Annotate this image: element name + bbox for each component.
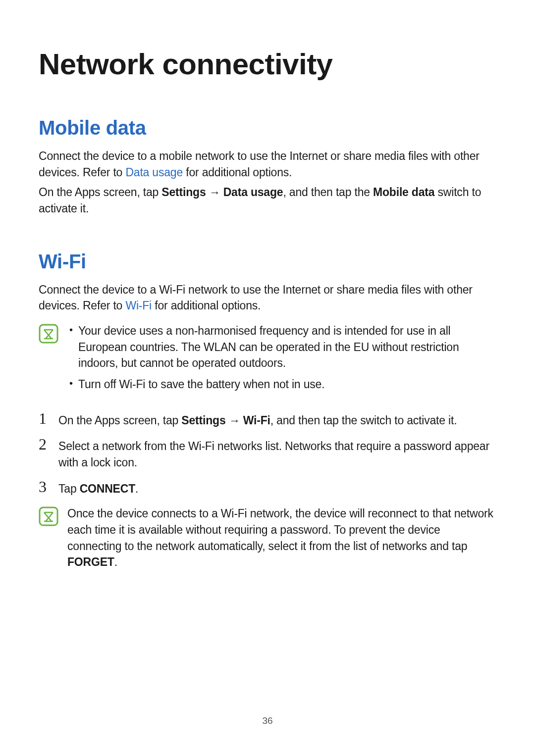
step-number: 2	[39, 436, 58, 452]
step-item-2: 2 Select a network from the Wi-Fi networ…	[39, 437, 496, 470]
text-segment: On the Apps screen, tap	[58, 414, 181, 427]
text-segment: for additional options.	[152, 299, 261, 312]
svg-rect-0	[40, 325, 57, 343]
note-content: Your device uses a non-harmonised freque…	[67, 323, 496, 398]
arrow-icon: →	[226, 414, 243, 427]
text-segment: for additional options.	[183, 166, 292, 179]
step-number: 1	[39, 410, 58, 426]
section-heading-wifi: Wi-Fi	[39, 251, 496, 273]
wifi-link[interactable]: Wi-Fi	[125, 299, 152, 312]
bullet-item: Your device uses a non-harmonised freque…	[67, 323, 496, 371]
text-segment: On the Apps screen, tap	[39, 186, 161, 199]
note-block-2: Once the device connects to a Wi-Fi netw…	[39, 505, 496, 570]
data-usage-label: Data usage	[223, 186, 283, 199]
settings-label: Settings	[161, 186, 206, 199]
note-block-1: Your device uses a non-harmonised freque…	[39, 323, 496, 398]
text-segment: .	[135, 482, 138, 495]
note-text: Once the device connects to a Wi-Fi netw…	[67, 505, 496, 570]
step-item-1: 1 On the Apps screen, tap Settings → Wi-…	[39, 411, 496, 429]
mobile-data-instruction: On the Apps screen, tap Settings → Data …	[39, 184, 496, 216]
step-number: 3	[39, 479, 58, 495]
step-item-3: 3 Tap CONNECT.	[39, 480, 496, 497]
connect-label: CONNECT	[80, 482, 135, 495]
step-text: On the Apps screen, tap Settings → Wi-Fi…	[58, 411, 496, 429]
forget-label: FORGET	[67, 555, 114, 568]
note-icon	[39, 506, 58, 526]
arrow-icon: →	[206, 186, 223, 199]
svg-rect-1	[40, 507, 57, 525]
data-usage-link[interactable]: Data usage	[125, 166, 183, 179]
settings-label: Settings	[181, 414, 225, 427]
text-segment: , and then tap the	[283, 186, 373, 199]
note-bullet-list: Your device uses a non-harmonised freque…	[67, 323, 496, 393]
text-segment: Once the device connects to a Wi-Fi netw…	[67, 507, 493, 552]
text-segment: Tap	[58, 482, 80, 495]
wifi-steps-list: 1 On the Apps screen, tap Settings → Wi-…	[39, 411, 496, 497]
wifi-intro: Connect the device to a Wi-Fi network to…	[39, 282, 496, 314]
step-text: Tap CONNECT.	[58, 480, 496, 497]
text-segment: .	[114, 555, 117, 568]
note-icon	[39, 324, 58, 344]
text-segment: , and then tap the switch to activate it…	[270, 414, 457, 427]
page-title: Network connectivity	[39, 47, 496, 81]
note-content: Once the device connects to a Wi-Fi netw…	[67, 505, 496, 570]
mobile-data-label: Mobile data	[373, 186, 434, 199]
bullet-item: Turn off Wi-Fi to save the battery when …	[67, 376, 496, 393]
step-text: Select a network from the Wi-Fi networks…	[58, 437, 496, 470]
mobile-data-intro: Connect the device to a mobile network t…	[39, 148, 496, 180]
section-heading-mobile-data: Mobile data	[39, 117, 496, 139]
page-number: 36	[0, 715, 535, 726]
wifi-label: Wi-Fi	[243, 414, 270, 427]
